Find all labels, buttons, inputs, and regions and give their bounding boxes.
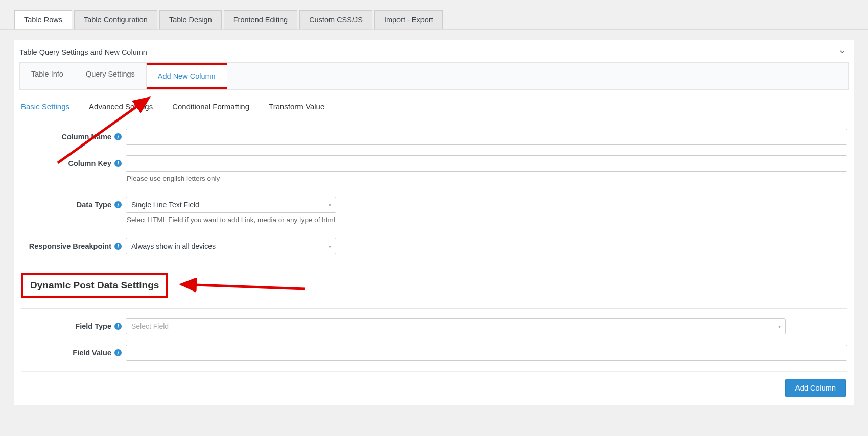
label-text-data-type: Data Type bbox=[77, 201, 111, 209]
tab-frontend-editing[interactable]: Frontend Editing bbox=[224, 10, 297, 29]
main-tabs: Table Rows Table Configuration Table Des… bbox=[0, 0, 868, 30]
panel-title: Table Query Settings and New Column bbox=[19, 48, 147, 56]
input-column-name[interactable] bbox=[126, 129, 847, 145]
footer-bar: Add Column bbox=[21, 371, 847, 397]
input-column-key[interactable] bbox=[126, 155, 847, 172]
helper-column-key: Please use english letters only bbox=[126, 175, 847, 182]
info-icon[interactable]: i bbox=[114, 201, 122, 208]
label-field-value: Field Value i bbox=[21, 349, 126, 357]
sub-tab-transform-value[interactable]: Transform Value bbox=[269, 102, 324, 111]
dynamic-title: Dynamic Post Data Settings bbox=[30, 280, 159, 291]
tab-import-export[interactable]: Import - Export bbox=[374, 10, 443, 29]
row-responsive-breakpoint: Responsive Breakpoint i Always show in a… bbox=[21, 238, 847, 254]
row-field-value: Field Value i bbox=[21, 345, 847, 361]
label-column-name: Column Name i bbox=[21, 133, 126, 141]
tab-table-design[interactable]: Table Design bbox=[159, 10, 222, 29]
helper-data-type: Select HTML Field if you want to add Lin… bbox=[126, 216, 847, 224]
sub-tab-advanced-settings[interactable]: Advanced Settings bbox=[89, 102, 153, 111]
select-data-type[interactable]: Single Line Text Field bbox=[126, 197, 336, 213]
label-text-column-key: Column Key bbox=[68, 159, 111, 167]
add-column-button[interactable]: Add Column bbox=[785, 379, 846, 397]
select-field-type[interactable]: Select Field bbox=[126, 318, 786, 334]
info-icon[interactable]: i bbox=[114, 160, 122, 167]
sub-tabs: Basic Settings Advanced Settings Conditi… bbox=[19, 90, 849, 116]
collapse-toggle[interactable] bbox=[839, 49, 849, 56]
section-divider bbox=[21, 308, 847, 309]
info-icon[interactable]: i bbox=[114, 349, 122, 356]
dynamic-title-highlight: Dynamic Post Data Settings bbox=[21, 273, 168, 298]
row-column-name: Column Name i bbox=[21, 129, 847, 145]
sub-tab-conditional-formatting[interactable]: Conditional Formatting bbox=[172, 102, 249, 111]
dynamic-section-header: Dynamic Post Data Settings bbox=[21, 273, 847, 298]
row-column-key: Column Key i bbox=[21, 155, 847, 172]
label-text-field-type: Field Type bbox=[75, 322, 111, 330]
label-text-field-value: Field Value bbox=[73, 349, 111, 357]
info-icon[interactable]: i bbox=[114, 243, 122, 250]
label-data-type: Data Type i bbox=[21, 201, 126, 209]
label-field-type: Field Type i bbox=[21, 322, 126, 330]
select-responsive-breakpoint[interactable]: Always show in all devices bbox=[126, 238, 336, 254]
row-data-type: Data Type i Single Line Text Field ▾ bbox=[21, 197, 847, 213]
settings-panel: Table Query Settings and New Column Tabl… bbox=[14, 40, 854, 405]
label-text-responsive-breakpoint: Responsive Breakpoint bbox=[29, 242, 111, 250]
chevron-down-icon bbox=[839, 49, 846, 55]
sub-tab-basic-settings[interactable]: Basic Settings bbox=[21, 102, 69, 111]
inner-tabs: Table Info Query Settings Add New Column bbox=[19, 62, 849, 90]
label-column-key: Column Key i bbox=[21, 159, 126, 167]
form-body: Column Name i Column Key i Please use en… bbox=[19, 129, 849, 397]
info-icon[interactable]: i bbox=[114, 323, 122, 330]
inner-tab-add-new-column[interactable]: Add New Column bbox=[146, 63, 227, 89]
panel-header: Table Query Settings and New Column bbox=[19, 48, 849, 59]
row-field-type: Field Type i Select Field ▾ bbox=[21, 318, 847, 334]
label-text-column-name: Column Name bbox=[62, 133, 112, 141]
inner-tab-query-settings[interactable]: Query Settings bbox=[75, 63, 146, 89]
label-responsive-breakpoint: Responsive Breakpoint i bbox=[21, 242, 126, 250]
annotation-arrow-bottom bbox=[177, 278, 310, 293]
svg-line-1 bbox=[181, 284, 305, 289]
tab-table-configuration[interactable]: Table Configuration bbox=[74, 10, 157, 29]
info-icon[interactable]: i bbox=[114, 133, 122, 140]
input-field-value[interactable] bbox=[126, 345, 847, 361]
tab-custom-css-js[interactable]: Custom CSS/JS bbox=[299, 10, 372, 29]
inner-tab-table-info[interactable]: Table Info bbox=[20, 63, 75, 89]
tab-table-rows[interactable]: Table Rows bbox=[14, 10, 72, 29]
